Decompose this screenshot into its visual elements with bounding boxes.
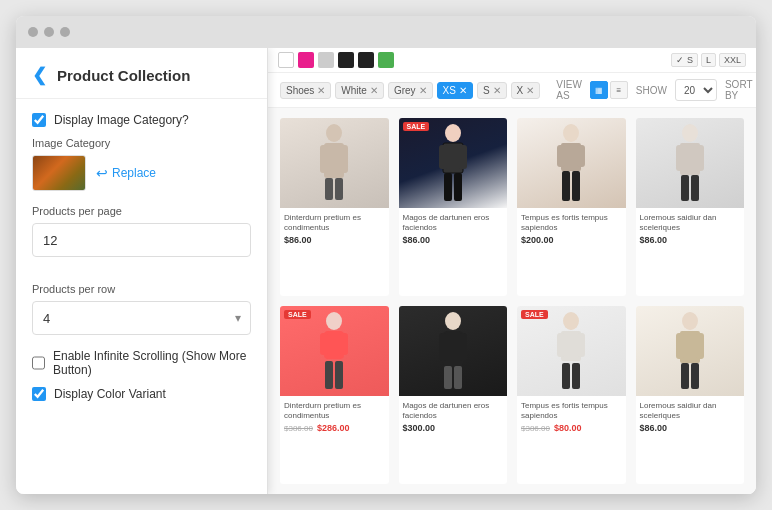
remove-grey-icon[interactable]: ✕ [419, 85, 427, 96]
filter-xs[interactable]: XS ✕ [437, 82, 473, 99]
color-swatch-pink[interactable] [298, 52, 314, 68]
product-card[interactable]: Loremous saidiur dan sceleriques $86.00 [636, 306, 745, 484]
filter-xs-label: XS [443, 85, 456, 96]
size-l-tag[interactable]: L [701, 53, 716, 67]
filter-x[interactable]: X ✕ [511, 82, 541, 99]
color-swatch-grey[interactable] [318, 52, 334, 68]
toolbar: Shoes ✕ White ✕ Grey ✕ XS ✕ [268, 73, 756, 108]
product-info: Loremous saidiur dan sceleriques $86.00 [636, 208, 745, 251]
infinite-scroll-checkbox[interactable] [32, 356, 45, 370]
svg-rect-34 [444, 366, 452, 389]
grid-view-icon[interactable]: ▦ [590, 81, 608, 99]
product-card[interactable]: SALE Tempus es fortis tempus sapiendos $… [517, 306, 626, 484]
display-image-category-label: Display Image Category? [54, 113, 189, 127]
product-card[interactable]: SALE Magos de dartunen eros faciendos $8… [399, 118, 508, 296]
browser-window: ❮ Product Collection Display Image Categ… [16, 16, 756, 494]
display-color-variant-section: Display Color Variant [32, 387, 251, 401]
color-swatch-white[interactable] [278, 52, 294, 68]
product-price: $386.00 $80.00 [521, 423, 622, 433]
product-name: Magos de dartunen eros faciendos [403, 401, 504, 420]
product-image [280, 306, 389, 396]
replace-button[interactable]: ↩ Replace [96, 165, 156, 181]
product-image [636, 306, 745, 396]
filter-tags: Shoes ✕ White ✕ Grey ✕ XS ✕ [280, 82, 540, 99]
product-info: Magos de dartunen eros faciendos $86.00 [399, 208, 508, 251]
product-image [399, 306, 508, 396]
remove-x-icon[interactable]: ✕ [526, 85, 534, 96]
remove-s-icon[interactable]: ✕ [493, 85, 501, 96]
product-name: Magos de dartunen eros faciendos [403, 213, 504, 232]
filter-s[interactable]: S ✕ [477, 82, 507, 99]
product-info: Tempus es fortis tempus sapiendos $386.0… [517, 396, 626, 439]
products-per-page-input[interactable] [32, 223, 251, 257]
product-name: Tempus es fortis tempus sapiendos [521, 401, 622, 420]
svg-point-30 [445, 312, 461, 330]
color-swatch-black1[interactable] [338, 52, 354, 68]
filter-grey[interactable]: Grey ✕ [388, 82, 433, 99]
display-color-variant-label: Display Color Variant [54, 387, 166, 401]
list-view-icon[interactable]: ≡ [610, 81, 628, 99]
display-image-category-checkbox[interactable] [32, 113, 46, 127]
color-swatch-green[interactable] [378, 52, 394, 68]
product-card[interactable]: Loremous saidiur dan sceleriques $86.00 [636, 118, 745, 296]
svg-point-18 [682, 124, 698, 142]
product-image [517, 118, 626, 208]
product-name: Dinterdurn pretium es condimentus [284, 213, 385, 232]
svg-rect-33 [459, 333, 467, 361]
remove-xs-icon[interactable]: ✕ [459, 85, 467, 96]
svg-point-12 [563, 124, 579, 142]
product-image [399, 118, 508, 208]
product-info: Dinterdurn pretium es condimentus $86.00 [280, 208, 389, 251]
product-info: Dinterdurn pretium es condimentus $386.0… [280, 396, 389, 439]
show-select[interactable]: 20 40 60 [675, 79, 717, 101]
display-color-variant-checkbox[interactable] [32, 387, 46, 401]
filter-white-label: White [341, 85, 367, 96]
remove-white-icon[interactable]: ✕ [370, 85, 378, 96]
svg-rect-22 [681, 175, 689, 201]
product-card[interactable]: Magos de dartunen eros faciendos $300.00 [399, 306, 508, 484]
svg-rect-41 [572, 363, 580, 389]
infinite-scroll-label: Enable Infinite Scrolling (Show More But… [53, 349, 251, 377]
replace-icon: ↩ [96, 165, 108, 181]
sort-label: SORT BY [725, 79, 752, 101]
products-per-row-wrapper: 4 3 5 6 ▾ [32, 301, 251, 335]
color-swatch-black2[interactable] [358, 52, 374, 68]
svg-rect-4 [325, 178, 333, 200]
product-grid: Dinterdurn pretium es condimentus $86.00… [268, 108, 756, 494]
image-category-section: Image Category ↩ Replace [32, 137, 251, 191]
size-s-tag[interactable]: ✓ S [671, 53, 698, 67]
products-per-page-section: Products per page [32, 205, 251, 269]
svg-rect-15 [577, 145, 585, 167]
sidebar-panel: ❮ Product Collection Display Image Categ… [16, 48, 268, 494]
filter-grey-label: Grey [394, 85, 416, 96]
filter-s-label: S [483, 85, 490, 96]
filter-white[interactable]: White ✕ [335, 82, 384, 99]
price-original: $386.00 [521, 424, 550, 433]
product-image [280, 118, 389, 208]
svg-rect-10 [444, 173, 452, 201]
image-category-row: ↩ Replace [32, 155, 251, 191]
svg-rect-46 [681, 363, 689, 389]
svg-rect-20 [676, 145, 684, 171]
svg-point-42 [682, 312, 698, 330]
svg-rect-16 [562, 171, 570, 201]
product-name: Loremous saidiur dan sceleriques [640, 213, 741, 232]
svg-rect-26 [320, 333, 328, 355]
product-card[interactable]: SALE Dinterdurn pretium es condimentus $… [280, 306, 389, 484]
back-arrow-button[interactable]: ❮ [32, 64, 47, 86]
filter-shoes[interactable]: Shoes ✕ [280, 82, 331, 99]
toolbar-right: VIEW AS ▦ ≡ SHOW 20 40 60 SORT BY Featur… [556, 79, 756, 101]
filter-x-label: X [517, 85, 524, 96]
svg-rect-2 [320, 145, 328, 173]
products-per-page-label: Products per page [32, 205, 251, 217]
products-per-row-select[interactable]: 4 3 5 6 [32, 301, 251, 335]
product-card[interactable]: Tempus es fortis tempus sapiendos $200.0… [517, 118, 626, 296]
svg-point-0 [326, 124, 342, 142]
size-xxl-tag[interactable]: XXL [719, 53, 746, 67]
product-price: $300.00 [403, 423, 504, 433]
product-card[interactable]: Dinterdurn pretium es condimentus $86.00 [280, 118, 389, 296]
remove-shoes-icon[interactable]: ✕ [317, 85, 325, 96]
svg-rect-45 [696, 333, 704, 359]
browser-dot-2 [44, 27, 54, 37]
svg-rect-38 [557, 333, 565, 357]
